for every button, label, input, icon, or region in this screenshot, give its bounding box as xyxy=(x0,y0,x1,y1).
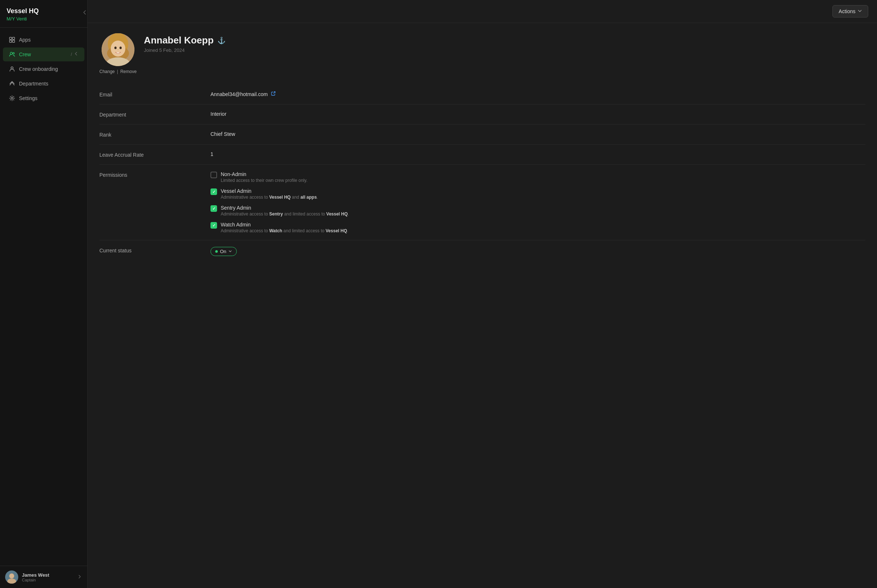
permission-watch-admin-name: Watch Admin xyxy=(221,222,865,228)
profile-name-row: Annabel Koepp ⚓ xyxy=(144,35,865,46)
sidebar-item-departments[interactable]: Departments xyxy=(3,77,84,91)
svg-point-15 xyxy=(111,40,125,57)
permission-non-admin-name: Non-Admin xyxy=(221,171,865,177)
permission-watch-admin-checkbox[interactable]: ✓ xyxy=(210,222,217,229)
change-photo-link[interactable]: Change xyxy=(99,69,115,74)
leave-accrual-value: 1 xyxy=(210,151,865,157)
svg-point-17 xyxy=(120,47,122,49)
permission-sentry-admin-info: Sentry Admin Administrative access to Se… xyxy=(221,205,865,217)
status-label: On xyxy=(220,249,226,254)
profile-joined: Joined 5 Feb, 2024 xyxy=(144,48,865,53)
sidebar-item-crew[interactable]: Crew / xyxy=(3,48,84,62)
sidebar-item-apps-label: Apps xyxy=(19,37,78,43)
permission-watch-admin-desc: Administrative access to Watch and limit… xyxy=(221,228,865,233)
field-leave-accrual: Leave Accrual Rate 1 xyxy=(99,145,865,165)
status-dot xyxy=(215,250,218,253)
actions-button[interactable]: Actions xyxy=(832,5,868,18)
permission-sentry-admin: ✓ Sentry Admin Administrative access to … xyxy=(210,205,865,217)
sidebar-collapse-button[interactable] xyxy=(80,8,89,18)
sidebar-footer[interactable]: James West Captain xyxy=(0,566,87,588)
anchor-icon: ⚓ xyxy=(218,36,225,45)
actions-label: Actions xyxy=(839,8,856,14)
rank-value: Chief Stew xyxy=(210,131,865,137)
svg-point-6 xyxy=(11,67,13,69)
user-icon xyxy=(9,66,15,72)
field-rank: Rank Chief Stew xyxy=(99,124,865,145)
sidebar-item-crew-onboarding-label: Crew onboarding xyxy=(19,66,78,72)
department-value: Interior xyxy=(210,111,865,117)
status-badge[interactable]: On xyxy=(210,247,237,256)
permission-sentry-admin-name: Sentry Admin xyxy=(221,205,865,211)
topbar: Actions xyxy=(88,0,877,23)
permission-sentry-admin-checkbox[interactable]: ✓ xyxy=(210,205,217,212)
permission-vessel-admin-info: Vessel Admin Administrative access to Ve… xyxy=(221,188,865,200)
permission-watch-admin-info: Watch Admin Administrative access to Wat… xyxy=(221,222,865,233)
sidebar-crew-slash: / xyxy=(71,52,72,57)
svg-point-16 xyxy=(114,47,117,49)
profile-avatar xyxy=(102,33,134,66)
permission-watch-admin: ✓ Watch Admin Administrative access to W… xyxy=(210,222,865,233)
profile-name: Annabel Koepp xyxy=(144,35,214,46)
field-permissions: Permissions Non-Admin Limited access to … xyxy=(99,165,865,240)
remove-photo-link[interactable]: Remove xyxy=(120,69,137,74)
sidebar-item-crew-onboarding[interactable]: Crew onboarding xyxy=(3,62,84,76)
profile-avatar-links: Change | Remove xyxy=(99,69,137,74)
permissions-list-wrap: Non-Admin Limited access to their own cr… xyxy=(210,171,865,233)
sidebar-item-departments-label: Departments xyxy=(19,81,78,87)
svg-rect-1 xyxy=(12,37,15,39)
permission-vessel-admin: ✓ Vessel Admin Administrative access to … xyxy=(210,188,865,200)
sidebar-nav: Apps Crew / xyxy=(0,28,87,566)
main-content: Actions xyxy=(88,0,877,588)
crew-icon xyxy=(9,51,15,58)
permission-non-admin-info: Non-Admin Limited access to their own cr… xyxy=(221,171,865,183)
field-email: Email Annabel34@hotmail.com xyxy=(99,84,865,105)
permission-non-admin-checkbox[interactable] xyxy=(210,172,217,178)
svg-rect-3 xyxy=(12,40,15,42)
content-area: Change | Remove Annabel Koepp ⚓ Joined 5… xyxy=(88,23,877,588)
footer-role: Captain xyxy=(22,578,74,582)
current-status-label: Current status xyxy=(99,247,202,254)
field-department: Department Interior xyxy=(99,105,865,124)
sidebar: Vessel HQ M/Y Venti Apps xyxy=(0,0,88,588)
external-link-icon[interactable] xyxy=(271,91,276,97)
profile-info: Annabel Koepp ⚓ Joined 5 Feb, 2024 xyxy=(144,33,865,53)
svg-point-7 xyxy=(11,97,13,99)
email-value: Annabel34@hotmail.com xyxy=(210,91,268,97)
grid-icon xyxy=(9,36,15,43)
link-separator: | xyxy=(117,69,118,74)
permission-vessel-admin-desc: Administrative access to Vessel HQ and a… xyxy=(221,195,865,200)
actions-chevron-icon xyxy=(857,8,862,14)
field-current-status: Current status On xyxy=(99,240,865,262)
sidebar-item-settings-label: Settings xyxy=(19,95,78,101)
footer-name: James West xyxy=(22,572,74,578)
settings-icon xyxy=(9,95,15,102)
checkmark-icon: ✓ xyxy=(212,206,216,211)
leave-accrual-label: Leave Accrual Rate xyxy=(99,151,202,158)
departments-icon xyxy=(9,80,15,87)
permission-vessel-admin-checkbox[interactable]: ✓ xyxy=(210,189,217,195)
current-status-value: On xyxy=(210,247,865,256)
profile-header: Change | Remove Annabel Koepp ⚓ Joined 5… xyxy=(99,33,865,74)
brand-vessel: M/Y Venti xyxy=(7,16,81,21)
email-label: Email xyxy=(99,91,202,98)
checkmark-icon: ✓ xyxy=(212,189,216,194)
footer-avatar xyxy=(5,570,18,584)
svg-point-4 xyxy=(10,52,12,54)
permission-vessel-admin-name: Vessel Admin xyxy=(221,188,865,194)
profile-avatar-wrap: Change | Remove xyxy=(99,33,137,74)
brand-name: Vessel HQ xyxy=(7,7,81,15)
svg-point-5 xyxy=(13,52,14,54)
sidebar-item-settings[interactable]: Settings xyxy=(3,91,84,105)
checkmark-icon: ✓ xyxy=(212,223,216,228)
status-chevron-icon xyxy=(228,249,232,254)
permissions-list: Non-Admin Limited access to their own cr… xyxy=(210,171,865,233)
sidebar-item-apps[interactable]: Apps xyxy=(3,33,84,47)
footer-arrow-icon xyxy=(77,574,82,580)
permission-sentry-admin-desc: Administrative access to Sentry and limi… xyxy=(221,212,865,217)
permissions-label: Permissions xyxy=(99,171,202,178)
rank-label: Rank xyxy=(99,131,202,138)
svg-rect-0 xyxy=(9,37,12,39)
footer-info: James West Captain xyxy=(22,572,74,582)
svg-point-11 xyxy=(9,574,14,578)
sidebar-crew-back-icon[interactable] xyxy=(74,51,78,57)
